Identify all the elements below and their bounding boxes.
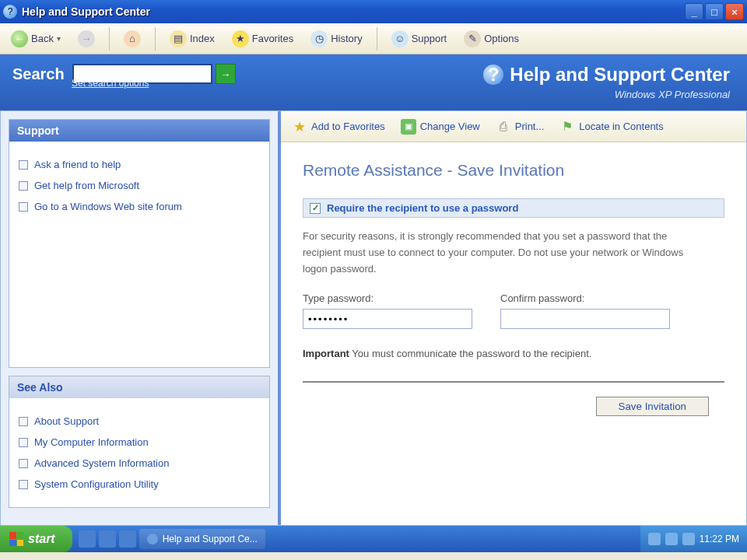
task-label: Help and Support Ce...: [163, 534, 258, 544]
windows-logo-icon: [9, 532, 23, 546]
description-text: For security reasons, it is strongly rec…: [303, 229, 692, 277]
sidebar-link-advanced-system-info[interactable]: Advanced System Information: [19, 453, 260, 474]
search-label: Search: [12, 65, 65, 83]
window-titlebar: ? Help and Support Center _ □ ×: [0, 0, 747, 23]
sidebar: Support Ask a friend to help Get help fr…: [1, 111, 281, 525]
view-icon: ▣: [401, 119, 416, 135]
link-text: Go to a Windows Web site forum: [34, 201, 182, 212]
link-text: Ask a friend to help: [34, 159, 121, 170]
divider: [303, 381, 724, 383]
favorites-label: Favorites: [252, 33, 293, 44]
checkbox-icon[interactable]: ✓: [310, 203, 321, 214]
index-label: Index: [190, 33, 215, 44]
window-title: Help and Support Center: [22, 5, 685, 18]
minimize-button[interactable]: _: [685, 3, 703, 20]
close-button[interactable]: ×: [725, 3, 744, 20]
help-icon: ?: [483, 65, 503, 85]
label: Print...: [515, 121, 545, 132]
taskbar: start Help and Support Ce... 11:22 PM: [0, 526, 747, 552]
header-subtitle: Windows XP Professional: [483, 89, 730, 100]
bullet-icon: [19, 480, 28, 489]
label: Change View: [420, 121, 480, 132]
separator: [155, 27, 156, 51]
link-text: About Support: [34, 415, 99, 427]
index-button[interactable]: ▤ Index: [165, 27, 219, 51]
start-label: start: [28, 532, 55, 546]
quicklaunch-icon[interactable]: [99, 530, 116, 548]
quicklaunch-icon[interactable]: [119, 530, 136, 548]
sidebar-link-my-computer-info[interactable]: My Computer Information: [19, 432, 260, 453]
require-password-row[interactable]: ✓ Require the recipient to use a passwor…: [303, 198, 724, 218]
content-pane: ★Add to Favorites ▣Change View ⎙Print...…: [281, 111, 746, 525]
tray-icon[interactable]: [665, 533, 678, 545]
history-button[interactable]: ◷ History: [306, 27, 366, 51]
gear-icon: ✎: [464, 30, 481, 47]
type-password-label: Type password:: [303, 292, 472, 304]
link-text: Advanced System Information: [34, 457, 169, 469]
important-prefix: Important: [303, 348, 349, 359]
locate-icon: ⚑: [559, 119, 575, 135]
body-area: Support Ask a friend to help Get help fr…: [0, 110, 747, 526]
support-label: Support: [412, 33, 447, 44]
main-toolbar: ← Back ▾ → ⌂ ▤ Index ★ Favorites ◷ Histo…: [0, 23, 747, 54]
system-tray[interactable]: 11:22 PM: [640, 526, 747, 552]
content-main: Remote Assistance - Save Invitation ✓ Re…: [281, 142, 746, 435]
confirm-password-input[interactable]: [500, 309, 670, 329]
options-label: Options: [484, 33, 519, 44]
content-toolbar: ★Add to Favorites ▣Change View ⎙Print...…: [281, 111, 746, 142]
link-text: My Computer Information: [34, 436, 149, 448]
important-text: You must communicate the password to the…: [349, 348, 591, 359]
add-to-favorites-button[interactable]: ★Add to Favorites: [286, 116, 391, 138]
bullet-icon: [19, 202, 28, 212]
app-icon: ?: [3, 5, 17, 19]
bullet-icon: [19, 181, 28, 191]
change-view-button[interactable]: ▣Change View: [395, 116, 486, 138]
type-password-input[interactable]: [303, 309, 472, 329]
forward-arrow-icon: →: [78, 30, 95, 47]
important-note: Important You must communicate the passw…: [303, 348, 724, 359]
support-button[interactable]: ☺ Support: [387, 27, 452, 51]
tray-icon[interactable]: [648, 533, 661, 545]
page-title: Remote Assistance - Save Invitation: [303, 161, 724, 180]
require-password-label: Require the recipient to use a password: [327, 202, 518, 214]
tray-icon[interactable]: [682, 533, 695, 545]
support-panel: Support Ask a friend to help Get help fr…: [9, 119, 270, 368]
app-icon: [147, 534, 158, 544]
print-button[interactable]: ⎙Print...: [489, 116, 551, 138]
sidebar-link-about-support[interactable]: About Support: [19, 411, 260, 432]
favorites-button[interactable]: ★ Favorites: [227, 27, 298, 51]
clock-icon: ◷: [310, 30, 328, 47]
separator: [109, 27, 110, 51]
clock[interactable]: 11:22 PM: [700, 534, 739, 544]
book-icon: ▤: [170, 30, 187, 47]
back-button[interactable]: ← Back ▾: [6, 27, 65, 51]
sidebar-link-system-config-utility[interactable]: System Configuration Utility: [19, 474, 260, 495]
link-text: Get help from Microsoft: [34, 180, 139, 191]
link-text: System Configuration Utility: [34, 478, 159, 490]
save-invitation-button[interactable]: Save Invitation: [596, 397, 709, 416]
header-title: Help and Support Center: [510, 64, 730, 86]
start-button[interactable]: start: [0, 526, 72, 552]
set-search-options-link[interactable]: Set search options: [72, 78, 149, 89]
quicklaunch-icon[interactable]: [79, 530, 96, 548]
options-button[interactable]: ✎ Options: [459, 27, 524, 51]
support-icon: ☺: [391, 30, 409, 47]
maximize-button[interactable]: □: [705, 3, 724, 20]
support-panel-header: Support: [9, 120, 269, 142]
taskbar-app-button[interactable]: Help and Support Ce...: [139, 529, 265, 549]
see-also-panel: See Also About Support My Computer Infor…: [9, 376, 270, 508]
home-button[interactable]: ⌂: [119, 27, 146, 51]
label: Locate in Contents: [579, 121, 663, 132]
forward-button[interactable]: →: [73, 27, 100, 51]
bullet-icon: [19, 417, 28, 426]
locate-in-contents-button[interactable]: ⚑Locate in Contents: [553, 116, 669, 138]
search-go-button[interactable]: →: [216, 64, 236, 84]
sidebar-link-ask-friend[interactable]: Ask a friend to help: [19, 154, 260, 175]
star-icon: ★: [292, 119, 307, 135]
label: Add to Favorites: [311, 121, 385, 132]
sidebar-link-windows-forum[interactable]: Go to a Windows Web site forum: [19, 196, 260, 217]
history-label: History: [331, 33, 362, 44]
back-label: Back: [31, 33, 54, 44]
back-arrow-icon: ←: [11, 30, 28, 47]
sidebar-link-get-help-microsoft[interactable]: Get help from Microsoft: [19, 175, 260, 196]
